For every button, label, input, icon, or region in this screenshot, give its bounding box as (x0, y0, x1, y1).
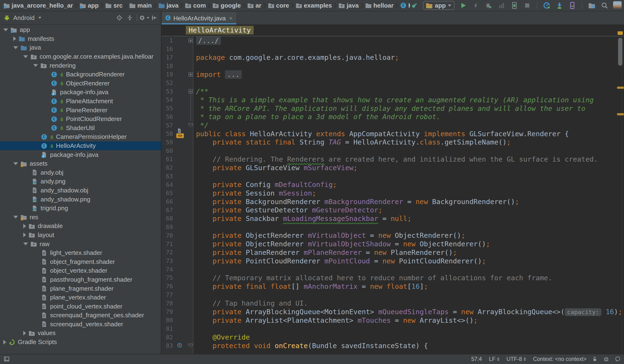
code-line-17[interactable]: 17package com.google.ar.core.examples.ja… (162, 53, 624, 62)
breadcrumb-item-java-arcore-hello-ar[interactable]: java_arcore_hello_ar (3, 2, 73, 9)
collapse-all-button[interactable] (126, 14, 134, 22)
line-number[interactable]: 83 (162, 342, 174, 349)
breadcrumb-item-main[interactable]: main (129, 2, 152, 9)
project-view-selector[interactable]: Android (13, 14, 35, 22)
settings-button[interactable] (140, 14, 148, 22)
line-number[interactable]: 60 (162, 147, 174, 154)
breadcrumb-item-app[interactable]: app (79, 2, 99, 9)
collapsed-arrow-icon[interactable] (13, 36, 16, 41)
line-number[interactable]: 61 (162, 156, 174, 162)
code-line-59[interactable]: 59 private static final String TAG = Hel… (162, 138, 624, 147)
code-line-80[interactable]: 80 private ArrayList<PlaneAttachment> mT… (162, 316, 624, 325)
line-number[interactable]: 73 (162, 258, 174, 264)
tree-item-andy-shadow-obj[interactable]: andy_shadow.obj (0, 186, 161, 195)
avd-manager-button[interactable] (568, 1, 576, 10)
locate-button[interactable] (115, 14, 123, 22)
breadcrumb-item-core[interactable]: core (268, 2, 289, 9)
scrollbar-thumb[interactable] (618, 38, 622, 66)
tree-item-point-cloud-vertex-shader[interactable]: point_cloud_vertex.shader (0, 302, 161, 311)
search-everywhere-button[interactable] (600, 1, 609, 10)
collapsed-arrow-icon[interactable] (23, 331, 26, 336)
tree-item-java[interactable]: java (0, 43, 161, 52)
breadcrumb-item-examples[interactable]: examples (296, 2, 332, 9)
line-number[interactable]: 67 (162, 207, 174, 213)
editor-tab-helloaractivity[interactable]: C HelloArActivity.java × (162, 12, 236, 25)
line-number[interactable]: 64 (162, 181, 174, 188)
code-line-64[interactable]: 64 private Config mDefaultConfig; (162, 180, 624, 189)
tree-item-assets[interactable]: assets (0, 159, 161, 168)
fold-expand-icon[interactable]: + (188, 38, 193, 43)
code-line-78[interactable]: 78 // Tap handling and UI. (162, 299, 624, 308)
tree-item-drawable[interactable]: drawable (0, 222, 161, 231)
line-number[interactable]: 63 (162, 173, 174, 180)
readonly-toggle[interactable] (592, 356, 598, 362)
code-line-74[interactable]: 74 (162, 265, 624, 274)
line-number[interactable]: 58 (162, 130, 174, 137)
build-button[interactable] (410, 1, 419, 10)
line-number[interactable]: 80 (162, 317, 174, 324)
inspection-status-indicator[interactable] (618, 31, 623, 35)
event-log-button[interactable] (615, 356, 621, 362)
tree-item-backgroundrenderer[interactable]: CBackgroundRenderer (0, 70, 161, 79)
code-line-62[interactable]: 62 private GLSurfaceView mSurfaceView; (162, 163, 624, 172)
line-number[interactable]: 70 (162, 232, 174, 239)
project-structure-button[interactable] (587, 1, 596, 10)
code-line-54[interactable]: 54 * This is a simple example that shows… (162, 96, 624, 104)
line-number[interactable]: 74 (162, 266, 174, 273)
tree-item-object-vertex-shader[interactable]: object_vertex.shader (0, 266, 161, 275)
line-number[interactable]: 68 (162, 215, 174, 222)
tree-item-objectrenderer[interactable]: CObjectRenderer (0, 79, 161, 88)
tree-item-planerenderer[interactable]: CPlaneRenderer (0, 105, 161, 115)
line-number[interactable]: 71 (162, 241, 174, 247)
code-line-52[interactable]: 52 (162, 79, 624, 87)
apply-changes-button[interactable] (472, 1, 480, 10)
tree-item-passthrough-fragment-shader[interactable]: passthrough_fragment.shader (0, 275, 161, 284)
tree-item-light-vertex-shader[interactable]: light_vertex.shader (0, 248, 161, 258)
expanded-arrow-icon[interactable] (23, 55, 28, 58)
line-number[interactable]: 78 (162, 300, 174, 307)
stop-button[interactable] (523, 1, 531, 10)
line-number[interactable]: 69 (162, 224, 174, 230)
line-ending-selector[interactable]: LF (489, 356, 499, 362)
code-editor[interactable]: 1+/.../1617package com.google.ar.core.ex… (162, 36, 624, 354)
code-line-81[interactable]: 81 (162, 324, 624, 333)
hide-panel-button[interactable] (150, 14, 158, 22)
code-line-83[interactable]: 83 protected void onCreate(Bundle savedI… (162, 341, 624, 350)
attach-debugger-button[interactable] (510, 1, 519, 10)
tree-item-plane-vertex-shader[interactable]: plane_vertex.shader (0, 293, 161, 302)
tree-item-app[interactable]: app (0, 26, 161, 34)
debug-button[interactable] (485, 1, 493, 10)
code-line-77[interactable]: 77 (162, 291, 624, 299)
profile-button[interactable] (497, 1, 506, 10)
tree-item-gradle-scripts[interactable]: Gradle Scripts (0, 338, 161, 347)
line-number[interactable]: 18 (162, 63, 174, 70)
breadcrumb-item-src[interactable]: src (105, 2, 123, 9)
line-number[interactable]: 59 (162, 139, 174, 146)
code-line-58[interactable]: 58<>public class HelloArActivity extends… (162, 130, 624, 138)
override-method-icon[interactable] (177, 342, 182, 348)
run-button[interactable] (459, 1, 468, 10)
line-number[interactable]: 16 (162, 46, 174, 52)
line-number[interactable]: 55 (162, 105, 174, 112)
tree-item-andy-obj[interactable]: andy.obj (0, 168, 161, 177)
breadcrumb-item-java[interactable]: java (158, 2, 179, 9)
line-number[interactable]: 62 (162, 164, 174, 171)
tree-item-andy-shadow-png[interactable]: andy_shadow.png (0, 195, 161, 204)
fold-end-icon[interactable] (188, 123, 193, 128)
code-line-68[interactable]: 68 private Snackbar mLoadingMessageSnack… (162, 214, 624, 223)
code-line-19[interactable]: 19+import ... (162, 70, 624, 79)
tree-item-package-info-java[interactable]: Jpackage-info.java (0, 150, 161, 159)
code-line-69[interactable]: 69 (162, 223, 624, 231)
code-line-76[interactable]: 76 private final float[] mAnchorMatrix =… (162, 282, 624, 291)
line-number[interactable]: 17 (162, 54, 174, 61)
tree-item-andy-png[interactable]: andy.png (0, 177, 161, 186)
expanded-arrow-icon[interactable] (13, 216, 18, 219)
collapsed-arrow-icon[interactable] (3, 340, 6, 344)
breadcrumb-item-helloaractivity[interactable]: CHelloArActivity (400, 2, 410, 9)
code-line-75[interactable]: 75 // Temporary matrix allocated here to… (162, 274, 624, 282)
scrollbar-track[interactable] (622, 36, 624, 354)
line-number[interactable]: 76 (162, 283, 174, 290)
fold-collapse-icon[interactable] (188, 343, 193, 348)
line-number[interactable]: 79 (162, 308, 174, 315)
tree-item-res[interactable]: res (0, 213, 161, 222)
